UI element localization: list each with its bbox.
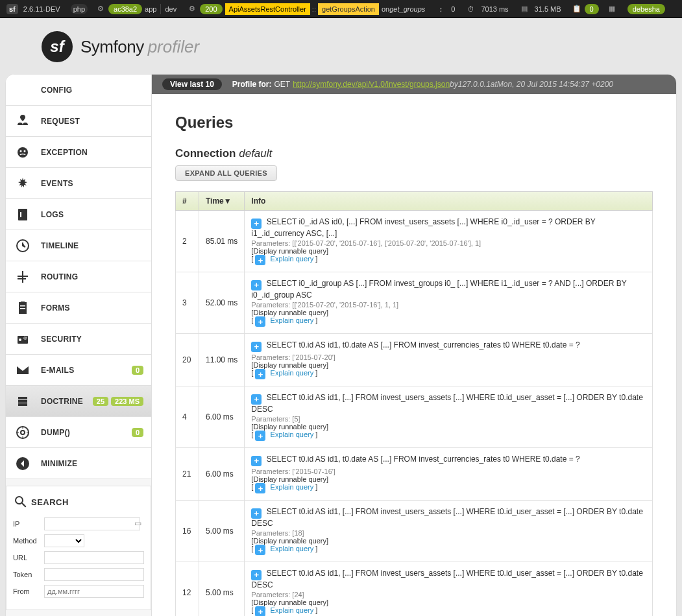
expand-sql-icon[interactable]: + [251,456,262,466]
expand-sql-icon[interactable]: + [251,219,262,229]
sliders-icon: ⚙ [95,4,106,14]
explain-query-link[interactable]: Explain query [268,483,313,491]
toolbar-config[interactable]: ⚙ ac38a2 app dev [91,0,183,18]
query-time: 5.00 ms [199,562,245,617]
query-parameters: Parameters: [['2015-07-20', '2015-07-16'… [251,301,646,309]
toolbar-db[interactable]: 📋 0 [568,0,603,18]
search-from-input[interactable] [44,585,144,598]
sidebar-item-security[interactable]: @SECURITY [6,324,151,355]
expand-explain-icon[interactable]: + [255,316,265,327]
timeline-icon [14,237,32,255]
sidebar-badge: 0 [132,366,143,375]
display-runnable-link[interactable]: [Display runnable query] [251,361,646,369]
expand-explain-icon[interactable]: + [255,545,265,555]
col-info-header[interactable]: Info [245,192,653,211]
query-time: 85.01 ms [199,211,245,272]
query-number: 12 [176,562,199,617]
search-ip-input[interactable] [44,517,140,530]
display-runnable-link[interactable]: [Display runnable query] [251,423,646,431]
toolbar-extra[interactable]: ▦ [603,0,624,18]
debug-toolbar: sf 2.6.11-DEV php ⚙ ac38a2 app dev ⚙ 200… [0,0,682,18]
expand-explain-icon[interactable]: + [255,606,265,616]
display-runnable-link[interactable]: [Display runnable query] [251,537,646,545]
sidebar-item-dump-[interactable]: DUMP()0 [6,417,151,448]
display-runnable-link[interactable]: [Display runnable query] [251,309,646,316]
toolbar-memory[interactable]: ▤ 31.5 MB [515,0,568,18]
display-runnable-link[interactable]: [Display runnable query] [251,475,646,483]
gear-icon: ⚙ [187,4,197,14]
sidebar-item-events[interactable]: EVENTS [6,168,151,199]
expand-explain-icon[interactable]: + [255,431,265,441]
query-time: 5.00 ms [199,501,245,562]
sidebar-badge: 223 MS [111,397,143,406]
symfony-profiler-logo[interactable]: sf Symfony profiler [42,31,199,62]
sidebar-item-forms[interactable]: FORMS [6,292,151,324]
profile-info-bar: View last 10 Profile for: GET http://sym… [152,75,676,94]
explain-query-link[interactable]: Explain query [268,316,313,324]
toolbar-request[interactable]: ⚙ 200 ApiAssetsRestController :: getGrou… [183,0,432,18]
expand-all-button[interactable]: EXPAND ALL QUERIES [175,165,277,181]
sidebar-item-exception[interactable]: EXCEPTION [6,137,151,168]
brand-word-1: Symfony [80,37,144,57]
query-time: 11.00 ms [199,334,245,386]
search-url-input[interactable] [44,551,144,564]
sidebar-badge: 25 [93,397,108,406]
explain-query-link[interactable]: Explain query [268,431,313,438]
query-info: + SELECT t0.id AS id1, t0.date AS [...] … [245,334,653,386]
sidebar-item-logs[interactable]: LOGS [6,199,151,230]
expand-explain-icon[interactable]: + [255,483,265,493]
minimize-icon [14,455,32,473]
col-num-header[interactable]: # [176,192,199,211]
php-icon: php [71,4,88,14]
search-token-input[interactable] [44,568,144,581]
sidebar-item-e-mails[interactable]: E-MAILS0 [6,355,151,386]
sidebar-item-timeline[interactable]: TIMELINE [6,230,151,261]
expand-sql-icon[interactable]: + [251,508,262,519]
expand-sql-icon[interactable]: + [251,280,262,290]
toolbar-user[interactable]: debesha [624,0,669,18]
sidebar-item-minimize[interactable]: MINIMIZE [6,448,151,479]
svg-point-17 [21,431,25,434]
query-time: 52.00 ms [199,272,245,334]
request-icon [14,112,32,130]
explain-query-link[interactable]: Explain query [268,545,313,552]
profile-method: GET [274,80,291,89]
expand-sql-icon[interactable]: + [251,342,262,352]
sidebar-item-request[interactable]: REQUEST [6,106,151,137]
sidebar-item-label: E-MAILS [41,366,74,375]
toolbar-symfony[interactable]: sf 2.6.11-DEV [3,0,67,18]
display-runnable-link[interactable]: [Display runnable query] [251,598,646,606]
table-row: 165.00 ms+ SELECT t0.id AS id1, [...] FR… [176,501,653,562]
expand-explain-icon[interactable]: + [255,255,265,265]
svg-rect-3 [18,209,27,220]
search-method-select[interactable] [44,534,84,547]
expand-sql-icon[interactable]: + [251,394,262,405]
query-sql: SELECT t0.id AS id1, t0.date AS [...] FR… [264,340,579,349]
sidebar-item-config[interactable]: CONFIG [6,75,151,106]
explain-query-link[interactable]: Explain query [268,606,313,614]
expand-sql-icon[interactable]: + [251,570,262,580]
toolbar-time[interactable]: ⏱ 7013 ms [461,0,515,18]
toolbar-on-prefix: on [382,5,389,13]
page-title: Queries [175,113,653,132]
col-time-header[interactable]: Time▼ [199,192,245,211]
config-icon [14,81,32,99]
sidebar-item-doctrine[interactable]: DOCTRINE25223 MS [6,386,151,417]
expand-explain-icon[interactable]: + [255,369,265,379]
connection-heading: Connection default [175,147,653,160]
profile-url-link[interactable]: http://symfony.dev/api/v1.0/invest/group… [293,80,450,89]
explain-query-link[interactable]: Explain query [268,255,313,263]
view-last-button[interactable]: View last 10 [162,78,222,90]
explain-query-link[interactable]: Explain query [268,369,313,377]
svg-text:@: @ [23,336,27,340]
toolbar-php[interactable]: php [67,0,91,18]
toolbar-env-app: app [145,5,156,13]
toolbar-route: get_groups [389,5,425,13]
sidebar-item-routing[interactable]: ROUTING [6,261,151,292]
sidebar-item-label: FORMS [41,303,70,313]
display-runnable-link[interactable]: [Display runnable query] [251,247,646,255]
query-parameters: Parameters: ['2015-07-20'] [251,353,646,361]
toolbar-forms[interactable]: ↕ 0 [432,0,461,18]
query-sql: SELECT i0_.id AS id0, [...] FROM invest_… [251,217,595,238]
profile-ip: 127.0.0.1 [458,80,491,89]
